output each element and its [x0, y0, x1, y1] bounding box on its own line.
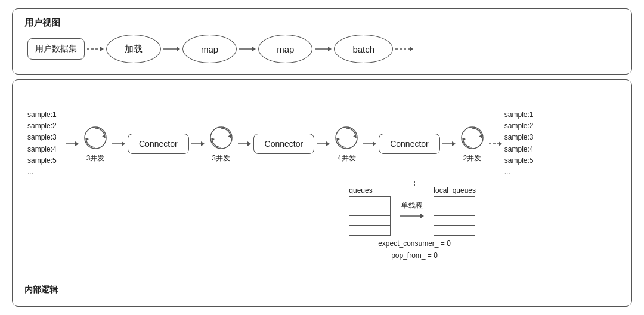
- queues-label: queues_: [349, 186, 391, 194]
- queue-section: queues_ 单线程 local_queues_: [209, 181, 620, 260]
- svg-marker-1: [100, 47, 104, 51]
- single-thread-col: 单线程: [397, 200, 428, 221]
- local-queue-row-2: [434, 206, 475, 216]
- svg-marker-11: [75, 141, 79, 146]
- solid-arrow-3: [315, 44, 332, 54]
- connector-box-2: Connector: [253, 134, 315, 154]
- queue-rows-left: [349, 196, 391, 236]
- local-queue-row-4: [434, 226, 475, 235]
- tail-dashed-arrow: [395, 44, 413, 54]
- internal-logic-label: 内部逻辑: [24, 281, 620, 295]
- concurrency-label-3: 4并发: [338, 153, 356, 163]
- svg-marker-30: [373, 141, 376, 146]
- user-view-section: 用户视图 用户数据集 加载 map map: [12, 8, 632, 75]
- svg-marker-37: [499, 141, 502, 146]
- svg-marker-23: [247, 141, 251, 146]
- dataset-box: 用户数据集: [27, 38, 85, 60]
- user-view-label: 用户视图: [24, 17, 620, 29]
- internal-flow-row: sample:1 sample:2 sample:3 sample:4 samp…: [24, 109, 620, 178]
- connector-col-2: Connector: [253, 134, 315, 154]
- solid-arrow-2: [239, 44, 256, 54]
- user-view-flow: 用户数据集 加载 map map bat: [24, 35, 620, 63]
- svg-point-19: [210, 127, 232, 149]
- connector-box-3: Connector: [379, 134, 440, 154]
- internal-logic-section: . sample:1 sample:2 sample:3 sample:4 sa…: [12, 79, 632, 307]
- local-queues-label: local_queues_: [434, 186, 479, 194]
- connector-box-1: Connector: [128, 134, 189, 154]
- solid-arrow-il-1: [66, 138, 79, 149]
- local-queue-row-1: [434, 197, 475, 206]
- svg-marker-39: [420, 214, 424, 218]
- solid-arrow-il-4: [238, 138, 251, 149]
- circular-col-1: 3并发: [81, 123, 110, 163]
- queue-diagram: queues_ 单线程 local_queues_: [349, 186, 479, 236]
- queue-row-4: [349, 226, 390, 235]
- dashed-arrow-il-right: [489, 138, 502, 149]
- svg-marker-16: [122, 141, 125, 146]
- svg-marker-9: [410, 47, 413, 51]
- circular-icon-3: [332, 123, 361, 152]
- circular-col-2: 3并发: [207, 123, 236, 163]
- queue-info-1: expect_consumer_ = 0: [378, 239, 451, 248]
- main-container: 用户视图 用户数据集 加载 map map: [12, 8, 632, 307]
- local-queue-row-3: [434, 216, 475, 226]
- queues-block: queues_: [349, 186, 391, 236]
- node-load: 加载: [106, 35, 161, 63]
- svg-marker-18: [201, 141, 205, 146]
- queue-info-2: pop_from_ = 0: [391, 251, 438, 260]
- circular-icon-1: [81, 123, 110, 152]
- queue-row-1: [349, 197, 390, 206]
- queue-row-3: [349, 216, 390, 226]
- connector-col-3: Connector: [379, 134, 440, 154]
- concurrency-label-2: 3并发: [212, 153, 230, 163]
- queue-rows-right: [434, 196, 475, 236]
- svg-marker-32: [452, 141, 456, 146]
- solid-arrow-1: [163, 44, 180, 54]
- concurrency-label-1: 3并发: [86, 153, 105, 163]
- node-map-2: map: [258, 35, 312, 63]
- svg-point-26: [336, 127, 357, 149]
- queue-row-2: [349, 206, 390, 216]
- svg-marker-5: [252, 47, 256, 51]
- node-batch: batch: [334, 35, 393, 63]
- solid-arrow-il-7: [442, 138, 456, 149]
- solid-arrow-il-6: [363, 138, 376, 149]
- dashed-arrow-1: [87, 44, 104, 54]
- svg-marker-3: [177, 47, 180, 51]
- dashed-connector-line: [414, 181, 415, 186]
- solid-arrow-il-3: [191, 138, 205, 149]
- solid-arrow-il-5: [317, 138, 330, 149]
- svg-marker-7: [328, 47, 332, 51]
- samples-right: sample:1 sample:2 sample:3 sample:4 samp…: [504, 109, 540, 178]
- solid-arrow-il-2: [112, 138, 125, 149]
- samples-left: sample:1 sample:2 sample:3 sample:4 samp…: [27, 109, 63, 178]
- circular-icon-4: [458, 123, 487, 152]
- circular-col-3: 4并发: [332, 123, 361, 163]
- svg-point-33: [462, 127, 483, 149]
- svg-point-12: [85, 127, 106, 149]
- concurrency-label-4: 2并发: [463, 153, 481, 163]
- connector-col-1: Connector: [128, 134, 189, 154]
- circular-icon-2: [207, 123, 236, 152]
- local-queues-block: local_queues_: [434, 186, 479, 236]
- svg-marker-25: [326, 141, 330, 146]
- single-thread-label: 单线程: [401, 200, 423, 211]
- circular-col-4: 2并发: [458, 123, 487, 163]
- node-map-1: map: [182, 35, 237, 63]
